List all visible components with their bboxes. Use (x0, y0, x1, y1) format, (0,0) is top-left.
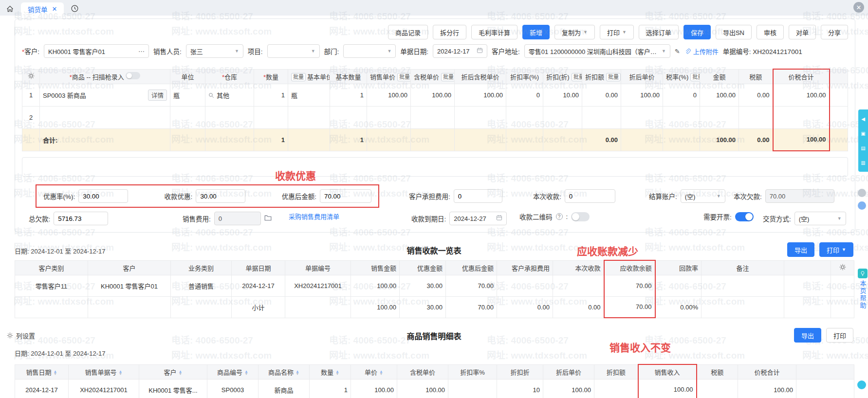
col-sale-doc-no[interactable]: 销售单据号▲▼ (69, 364, 139, 379)
customer-fee-input[interactable] (454, 189, 502, 203)
fee-list-link-wrap: 采购销售费用清单 (289, 212, 339, 221)
unit-cell[interactable]: 瓶 (170, 84, 205, 106)
history-clock-icon[interactable] (71, 4, 79, 13)
item-row-1[interactable]: 1 SP0003 新商品详情 瓶 其他 1 瓶 1 100.00 100.00 … (22, 84, 848, 106)
question-circle-icon[interactable]: ? (556, 213, 563, 220)
tab-close-icon[interactable]: ✕ (52, 5, 57, 13)
receipt-row[interactable]: 零售客户11 KH0001 零售客户01 普通销售 2024-12-17 XH2… (15, 275, 854, 296)
folder-icon[interactable] (264, 215, 272, 222)
upload-attachment-link[interactable]: 上传附件 (684, 47, 719, 56)
chevron-down-icon: ▼ (622, 30, 627, 35)
disc-price-cell[interactable]: 100.00 (621, 84, 663, 106)
chevron-down-icon: ▼ (311, 49, 315, 54)
customer-input[interactable]: KH0001 零售客户01 ⋯ (44, 44, 149, 58)
qr-code-toggle[interactable] (571, 212, 590, 221)
col-qty[interactable]: 数量▲▼ (310, 364, 351, 379)
export-sn-button[interactable]: 导出SN (716, 25, 752, 39)
floating-bottom-icon[interactable] (857, 380, 866, 389)
detail-print-button[interactable]: 打印 (826, 328, 853, 343)
disc-amt-cell[interactable]: 0.00 (582, 84, 621, 106)
calendar-icon[interactable] (477, 47, 483, 55)
batch-badge[interactable]: 批量 (441, 73, 454, 81)
home-icon[interactable] (6, 5, 14, 13)
floating-toolbar[interactable]: ◀ ▣ ▤ ▥ (858, 109, 868, 172)
chevron-down-icon: ▼ (837, 216, 842, 221)
detail-row[interactable]: 2024-12-17 XH20241217001 KH0001 零售客... S… (15, 379, 854, 398)
receipt-export-button[interactable]: 导出 (787, 242, 814, 257)
item-row-2[interactable]: 2 (22, 106, 848, 128)
receipt-gear-header[interactable] (831, 260, 854, 275)
page-help-widget[interactable]: 本页帮助 (858, 269, 868, 309)
doc-date-label: 单据日期: (400, 46, 428, 56)
delivery-select[interactable]: (空)▼ (794, 212, 846, 225)
audit-button[interactable]: 审核 (757, 25, 784, 39)
col-doc-no: 单据编号 (285, 260, 351, 275)
col-customer[interactable]: 客户▲▼ (139, 364, 207, 379)
disc-rate-cell[interactable]: 0 (506, 84, 543, 106)
after-discount-input[interactable] (320, 189, 371, 203)
save-button[interactable]: 保存 (683, 25, 711, 39)
this-payment-input[interactable] (565, 189, 615, 203)
floating-dot-blue[interactable] (858, 201, 866, 210)
tab-sales-order[interactable]: 销货单 ✕ (21, 2, 64, 16)
salesperson-select[interactable]: 张三 ▼ (186, 44, 243, 58)
col-price[interactable]: 单价▲▼ (351, 364, 397, 379)
need-invoice-toggle[interactable] (735, 212, 754, 221)
remark-box[interactable] (22, 157, 848, 177)
disc-tax-price-cell[interactable]: 100.00 (455, 84, 506, 106)
ellipsis-icon[interactable]: ⋯ (138, 48, 145, 55)
detail-button[interactable]: 详情 (148, 90, 167, 101)
address-select[interactable]: 零售01 1200000000 深圳南山科技园（客户信息联系地址） ▼ (524, 44, 670, 58)
col-product-code[interactable]: 商品编号▲▼ (207, 364, 259, 379)
batch-badge[interactable]: 批量 (606, 73, 621, 81)
discount-cell[interactable]: 10.00 (543, 84, 582, 106)
department-select[interactable]: ▼ (343, 44, 396, 58)
detail-export-button[interactable]: 导出 (794, 328, 821, 343)
product-record-button[interactable]: 商品记录 (388, 25, 428, 39)
warehouse-cell[interactable]: 其他 (205, 84, 254, 106)
col-sale-date[interactable]: 销售日期▲▼ (15, 364, 69, 379)
top-tab-bar: 销货单 ✕ ✕ (0, 0, 868, 16)
batch-badge[interactable]: 批量 (397, 73, 410, 81)
batch-badge[interactable]: 批量 (572, 73, 582, 81)
edit-pencil-icon[interactable]: ✎ (675, 48, 680, 55)
qty-cell[interactable]: 1 (254, 84, 288, 106)
col-amount: 金额 (700, 69, 739, 84)
batch-badge[interactable]: 批量 (291, 73, 306, 81)
col-product-name[interactable]: 商品名称▲▼ (259, 364, 310, 379)
receipt-report-section: 日期: 2024-12-01 至 2024-12-17 销售收款一览表 应收账款… (0, 239, 868, 318)
settle-account-select[interactable]: (空)▼ (681, 189, 725, 203)
new-button[interactable]: 新增 (522, 25, 550, 39)
detail-header-row: 销售日期▲▼ 销售单据号▲▼ 客户▲▼ 商品编号▲▼ 商品名称▲▼ 数量▲▼ 单… (15, 364, 854, 379)
purchase-sales-fee-link[interactable]: 采购销售费用清单 (289, 212, 339, 221)
doc-date-input[interactable]: 2024-12-17 (433, 44, 487, 58)
tax-price-cell[interactable]: 100.00 (411, 84, 455, 106)
items-gear-header[interactable] (22, 69, 40, 84)
receipt-print-button[interactable]: 打印▼ (819, 242, 853, 257)
sales-order-card: 商品记录 拆分行 毛利率计算 新增 复制为▼ 打印▼ 选择订单 保存 导出SN … (15, 18, 855, 233)
scan-toggle[interactable] (126, 72, 140, 79)
share-button[interactable]: 分享 (821, 25, 848, 39)
department-label: 部门: (324, 46, 339, 56)
col-total: 价税合计 (738, 364, 796, 379)
total-debt-input[interactable] (54, 212, 108, 225)
project-select[interactable]: ▼ (267, 44, 320, 58)
price-cell[interactable]: 100.00 (367, 84, 411, 106)
discount-rate-input[interactable] (78, 189, 128, 203)
product-cell[interactable]: SP0003 新商品详情 (40, 84, 170, 106)
print-button[interactable]: 打印▼ (600, 25, 634, 39)
receipt-report-title: 销售收款一览表 (0, 244, 868, 256)
items-header-row: *商品 -- 扫描枪录入 单位 *仓库 *数量 批量基本单位 基本数量 销售单价… (22, 69, 848, 84)
check-order-button[interactable]: 对单 (789, 25, 816, 39)
floating-dot-gray[interactable] (858, 189, 866, 197)
margin-calc-button[interactable]: 毛利率计算 (471, 25, 517, 39)
tax-rate-cell[interactable]: 0 (663, 84, 700, 106)
window-close-icon[interactable]: ✕ (853, 2, 864, 13)
batch-badge[interactable]: 批量 (690, 73, 700, 81)
copy-as-button[interactable]: 复制为▼ (554, 25, 595, 39)
calendar-icon[interactable] (496, 215, 502, 222)
split-row-button[interactable]: 拆分行 (433, 25, 466, 39)
due-date-input[interactable]: 2024-12-27 (449, 212, 507, 225)
receipt-discount-input[interactable] (196, 189, 245, 203)
select-order-button[interactable]: 选择订单 (639, 25, 679, 39)
